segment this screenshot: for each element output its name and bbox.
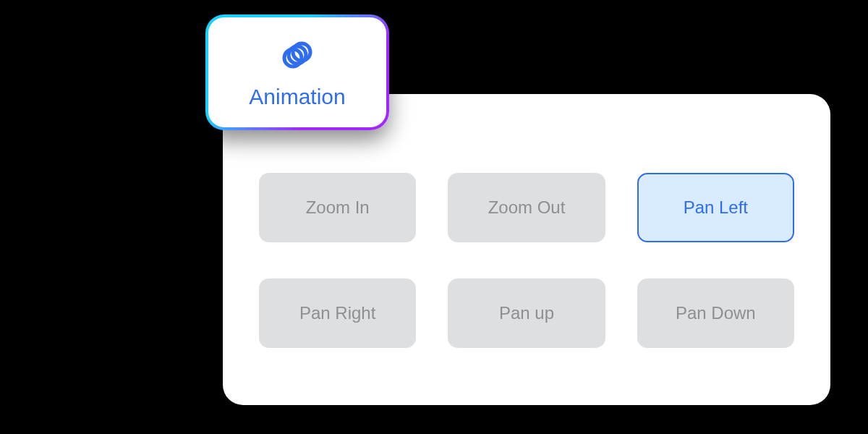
animation-options-panel: Zoom In Zoom Out Pan Left Pan Right Pan … — [223, 94, 830, 405]
animation-tab-card-inner: Animation — [208, 17, 386, 127]
option-label: Pan Right — [299, 303, 375, 323]
option-label: Pan up — [499, 303, 554, 323]
option-label: Pan Down — [676, 303, 756, 323]
option-pan-up[interactable]: Pan up — [448, 278, 605, 348]
option-pan-down[interactable]: Pan Down — [637, 278, 794, 348]
option-zoom-in[interactable]: Zoom In — [259, 173, 416, 242]
option-pan-left[interactable]: Pan Left — [637, 173, 794, 242]
options-row-2: Pan Right Pan up Pan Down — [259, 278, 794, 348]
option-zoom-out[interactable]: Zoom Out — [448, 173, 605, 242]
animation-tab-card[interactable]: Animation — [205, 14, 389, 130]
animation-tab-title: Animation — [249, 85, 345, 109]
option-label: Zoom Out — [488, 197, 566, 218]
option-pan-right[interactable]: Pan Right — [259, 278, 416, 348]
animation-rings-icon — [278, 35, 317, 75]
options-row-1: Zoom In Zoom Out Pan Left — [259, 173, 794, 242]
option-label: Pan Left — [684, 197, 748, 218]
option-label: Zoom In — [306, 197, 370, 218]
